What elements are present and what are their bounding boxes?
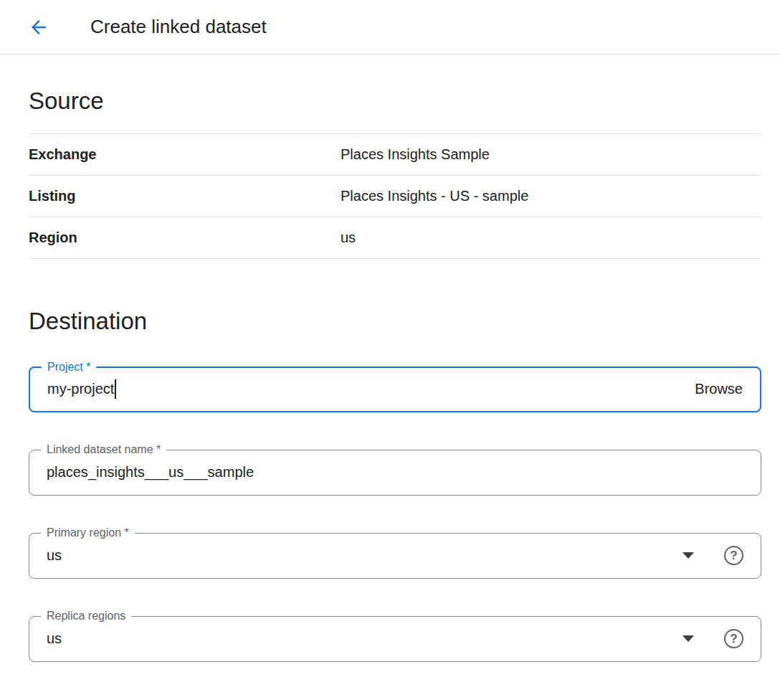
replica-regions-field[interactable]: Replica regions us ?	[29, 616, 761, 662]
primary-region-value: us	[47, 547, 62, 564]
table-row-exchange: Exchange Places Insights Sample	[29, 134, 761, 176]
destination-section-heading: Destination	[29, 308, 761, 335]
replica-regions-value: us	[47, 630, 62, 647]
table-row-region: Region us	[29, 217, 761, 259]
linked-dataset-name-value[interactable]: places_insights___us___sample	[47, 464, 254, 481]
listing-label: Listing	[29, 188, 341, 204]
main-content: Source Exchange Places Insights Sample L…	[0, 88, 780, 662]
exchange-value: Places Insights Sample	[341, 146, 490, 163]
help-icon[interactable]: ?	[724, 546, 743, 565]
table-row-listing: Listing Places Insights - US - sample	[29, 176, 761, 217]
replica-regions-controls: ?	[682, 629, 743, 648]
project-input-value[interactable]: my-project	[47, 381, 114, 397]
page-title: Create linked dataset	[90, 16, 267, 38]
source-section-heading: Source	[29, 88, 761, 115]
region-label: Region	[29, 230, 341, 246]
browse-button[interactable]: Browse	[695, 381, 743, 397]
help-icon[interactable]: ?	[724, 629, 743, 648]
primary-region-label: Primary region *	[41, 526, 135, 540]
dropdown-arrow-icon[interactable]	[682, 635, 694, 642]
back-arrow-icon	[28, 16, 49, 38]
primary-region-field[interactable]: Primary region * us ?	[29, 533, 761, 579]
replica-regions-label: Replica regions	[41, 609, 131, 623]
source-table: Exchange Places Insights Sample Listing …	[29, 133, 761, 259]
project-field-label: Project *	[42, 360, 96, 374]
linked-dataset-name-label: Linked dataset name *	[41, 443, 166, 457]
exchange-label: Exchange	[29, 146, 341, 163]
back-button[interactable]	[24, 13, 53, 42]
project-field[interactable]: Project * my-project Browse	[29, 366, 761, 412]
linked-dataset-name-field[interactable]: Linked dataset name * places_insights___…	[29, 450, 761, 496]
text-cursor	[115, 379, 116, 399]
dropdown-arrow-icon[interactable]	[682, 552, 694, 559]
listing-value: Places Insights - US - sample	[341, 188, 528, 204]
region-value: us	[341, 230, 356, 246]
primary-region-controls: ?	[682, 546, 743, 565]
page-header: Create linked dataset	[0, 0, 780, 55]
